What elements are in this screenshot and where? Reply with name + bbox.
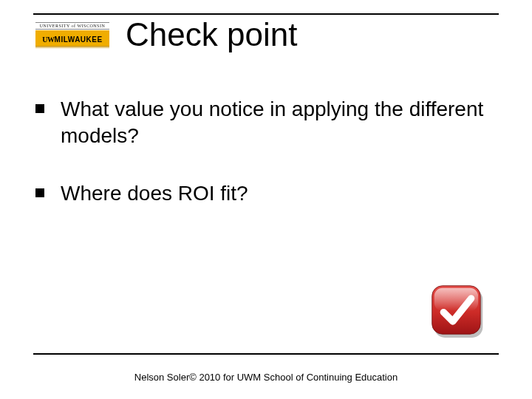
square-bullet-icon <box>35 188 44 197</box>
slide-body: What value you notice in applying the di… <box>35 96 488 237</box>
top-divider <box>33 13 499 15</box>
uwm-logo: UNIVERSITY of WISCONSIN UWMILWAUKEE <box>35 22 109 49</box>
bottom-divider <box>33 353 499 355</box>
logo-campus-bar: UWMILWAUKEE <box>35 30 109 46</box>
logo-uw-prefix: UW <box>42 35 54 44</box>
slide-footer: Nelson Soler© 2010 for UWM School of Con… <box>0 372 532 383</box>
bullet-item: Where does ROI fit? <box>35 180 488 207</box>
logo-campus: MILWAUKEE <box>55 35 103 44</box>
logo-university-line: UNIVERSITY of WISCONSIN <box>35 22 109 30</box>
logo-shadow <box>35 46 109 49</box>
checkmark-icon <box>429 282 486 340</box>
square-bullet-icon <box>35 104 44 113</box>
bullet-text: Where does ROI fit? <box>61 180 248 207</box>
bullet-text: What value you notice in applying the di… <box>61 96 488 149</box>
bullet-item: What value you notice in applying the di… <box>35 96 488 149</box>
slide-title: Check point <box>126 16 297 53</box>
